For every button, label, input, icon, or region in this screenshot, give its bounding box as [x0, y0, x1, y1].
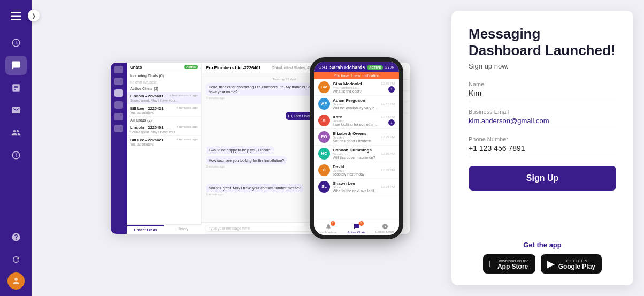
phone-label: Phone Number — [469, 136, 616, 142]
chats-title: Chats — [130, 65, 142, 70]
mobile-chat-hannah[interactable]: HC Hannah Cummings Desktop Will this cov… — [314, 146, 399, 162]
avatar-elizabeth: EO — [318, 131, 330, 143]
chart-icon[interactable] — [5, 78, 27, 97]
name-form-group: Name Kim — [469, 81, 616, 100]
main-content: Chats Active Incoming Chats (0) No chat … — [32, 0, 644, 296]
mobile-chat-meta-david: 12:29 PM — [381, 169, 395, 172]
mobile-chat-elizabeth[interactable]: EO Elizabeth Owens Desktop Sounds good E… — [314, 129, 399, 146]
sidebar-top — [5, 6, 27, 225]
message-icon[interactable] — [5, 101, 27, 120]
tab-notif-wrapper: 3 — [325, 223, 332, 230]
msg-time-9: 1 minute ago — [206, 193, 223, 196]
email-form-group: Business Email kim.anderson@gmail.com — [469, 109, 616, 127]
chat-item-all2-name: Bill Lee - 2226421 4 minutes ago — [130, 138, 198, 142]
mobile-chat-info-elizabeth: Elizabeth Owens Desktop Sounds good Eliz… — [333, 131, 378, 143]
mobile-active-label: ACTIVE — [367, 65, 383, 70]
mobile-chat-info-david: David Desktop possibly next friday — [333, 164, 378, 176]
question-icon[interactable] — [5, 227, 27, 247]
refresh-icon[interactable] — [5, 250, 27, 269]
signup-title: Messaging Dashboard Launched! — [469, 26, 616, 59]
notification-banner: You have 1 new notification — [314, 72, 399, 79]
mobile-tab-notifications[interactable]: 3 Notifications — [314, 223, 342, 234]
chat-item-lincoln[interactable]: Lincoln - 2226401 a few seconds ago Soun… — [127, 92, 201, 104]
mobile-chat-info-hannah: Hannah Cummings Desktop Will this cover … — [333, 148, 378, 160]
mobile-mockup: 2:41 Sarah Richards ACTIVE 27% You have … — [310, 57, 403, 239]
chat-item-preview2: Yes, absolutely. — [130, 111, 198, 115]
app-store-badge[interactable]:  Download on the App Store — [483, 254, 535, 274]
inner-chart-icon — [114, 101, 123, 109]
user-avatar-icon[interactable] — [7, 272, 25, 290]
google-play-badge[interactable]: ▶ GET IT ON Google Play — [541, 254, 602, 274]
target-icon[interactable] — [5, 146, 27, 165]
chat-item-name: Lincoln - 2226401 a few seconds ago — [130, 94, 198, 98]
mobile-chat-name-kate: Kate — [333, 115, 378, 119]
mobile-chat-name-gina: Gina Modaniel — [333, 81, 378, 86]
chat-item-billee[interactable]: Bill Lee - 2226421 4 minutes ago Yes, ab… — [127, 104, 201, 117]
mobile-chat-list: GM Gina Modaniel Pro.Plumbers Ltd... Wha… — [314, 79, 399, 221]
signup-panel: Messaging Dashboard Launched! Sign up no… — [451, 11, 633, 285]
chat-item-all-name: Lincoln - 2226401 4 minutes ago — [130, 125, 198, 130]
chat-item-all2[interactable]: Bill Lee - 2226421 4 minutes ago Yes, ab… — [127, 136, 201, 148]
sidebar-bottom — [5, 227, 27, 290]
avatar-hannah: HC — [318, 148, 330, 160]
users-icon[interactable] — [5, 123, 27, 142]
avatar-adam: AF — [318, 98, 330, 110]
mobile-chat-name-adam: Adam Ferguson — [333, 98, 378, 103]
chat-item-time2: 4 minutes ago — [177, 106, 198, 109]
mobile-time-gina: 12:45 PM — [381, 82, 395, 85]
app-badges:  Download on the App Store ▶ GET IT ON … — [469, 254, 616, 274]
collapse-button[interactable]: ❯ — [28, 10, 40, 21]
mobile-chat-shawn[interactable]: SL Shawn Lee Desktop What is the next av… — [314, 179, 399, 195]
sidebar: ❯ — [0, 0, 32, 296]
mobile-chat-preview-hannah: Will this cover insurance? — [333, 156, 378, 160]
chat-item-preview: Sound great. May I have your... — [130, 98, 198, 102]
chat-item-name2: Bill Lee - 2226421 4 minutes ago — [130, 106, 198, 111]
tab-active-chats-label: Active Chats — [348, 231, 366, 234]
no-chat-available: No chat available — [127, 79, 201, 85]
mobile-tab-active-chats[interactable]: 2 Active Chats — [342, 223, 371, 234]
name-value: Kim — [469, 89, 616, 100]
inner-chat-icon — [114, 89, 123, 97]
chat-item-all1[interactable]: Lincoln - 2226401 4 minutes ago Sound gr… — [127, 124, 201, 136]
get-app-section: Get the app  Download on the App Store … — [469, 241, 616, 274]
mobile-chat-david[interactable]: D David Desktop possibly next friday 12:… — [314, 162, 399, 179]
mobile-chat-name-david: David — [333, 164, 378, 169]
hamburger-button[interactable] — [5, 6, 27, 26]
mobile-chat-name-hannah: Hannah Cummings — [333, 148, 378, 153]
mobile-chat-adam[interactable]: AF Adam Ferguson Desktop Will the availa… — [314, 96, 399, 112]
notif-badge: 3 — [331, 221, 335, 226]
svg-rect-2 — [11, 19, 21, 20]
signup-button[interactable]: Sign Up — [469, 166, 616, 191]
msg-bubble-6: I would be happy to help you, Lincoln. — [206, 146, 274, 154]
unsent-leads-tab[interactable]: Unsent Leads — [127, 225, 164, 234]
mobile-tab-closed-chats[interactable]: Closed Chats — [371, 223, 399, 234]
mobile-chat-meta-hannah: 12:28 PM — [381, 152, 395, 155]
chat-icon[interactable] — [5, 56, 27, 75]
mobile-time: 2:41 — [319, 65, 328, 70]
history-tab[interactable]: History — [164, 225, 202, 234]
mobile-chat-preview-kate: I am looking for something new w... — [333, 123, 378, 126]
mobile-user-name: Sarah Richards ACTIVE — [329, 65, 383, 70]
conv-chat-id: Pro.Plumbers Ltd.-2226401 — [206, 65, 261, 70]
mobile-header: 2:41 Sarah Richards ACTIVE 27% — [314, 62, 399, 72]
svg-rect-0 — [11, 12, 21, 13]
mobile-chat-gina[interactable]: GM Gina Modaniel Pro.Plumbers Ltd... Wha… — [314, 79, 399, 96]
all-section-label: All Chats (2) — [127, 117, 201, 124]
mobile-chat-preview-shawn: What is the next availability for dere..… — [333, 189, 378, 193]
mobile-chat-kate[interactable]: K Kate Desktop I am looking for somethin… — [314, 112, 399, 129]
mobile-chat-meta-gina: 12:45 PM 1 — [381, 82, 395, 93]
email-label: Business Email — [469, 109, 616, 115]
app-store-text: Download on the App Store — [497, 259, 529, 270]
name-label: Name — [469, 81, 616, 87]
google-play-icon: ▶ — [547, 258, 555, 270]
chat-list-footer: Unsent Leads History — [127, 224, 202, 234]
mobile-time-elizabeth: 12:29 PM — [381, 135, 395, 139]
app-store-line2: App Store — [497, 263, 529, 270]
msg-time-1: 7 minutes ago — [206, 96, 225, 100]
mobile-chat-name-elizabeth: Elizabeth Owens — [333, 131, 378, 136]
mobile-signal: 27% — [385, 65, 394, 70]
google-play-text: GET IT ON Google Play — [558, 259, 595, 270]
mobile-chat-meta-elizabeth: 12:29 PM — [381, 135, 395, 139]
clock-icon[interactable] — [5, 33, 27, 52]
mobile-chat-preview-david: possibly next friday — [333, 172, 378, 176]
